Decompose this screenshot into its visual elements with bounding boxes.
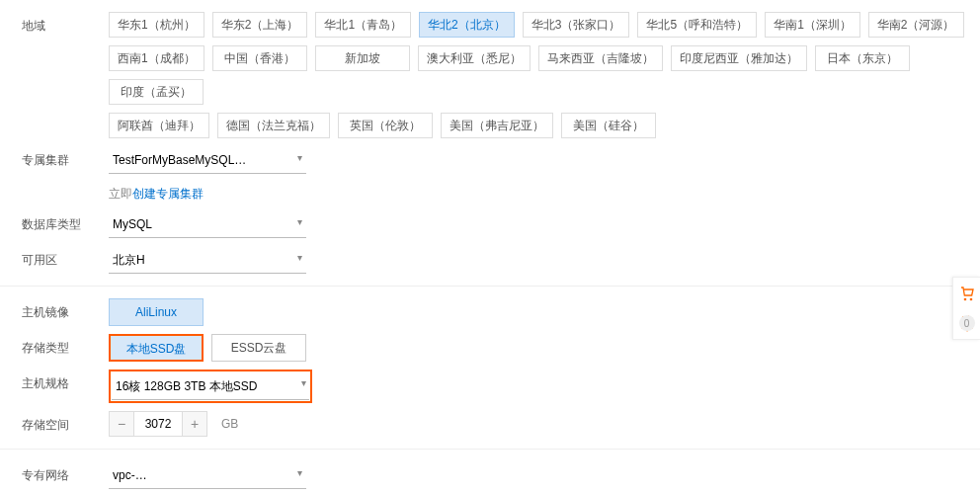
dbtype-select[interactable]: MySQL bbox=[109, 210, 306, 238]
zone-label: 可用区 bbox=[0, 246, 109, 269]
vpc-select[interactable]: vpc-… bbox=[109, 461, 306, 489]
region-option[interactable]: 英国（伦敦） bbox=[338, 113, 433, 138]
storagespace-label: 存储空间 bbox=[0, 411, 109, 434]
region-option[interactable]: 日本（东京） bbox=[815, 45, 910, 71]
hostimage-option[interactable]: AliLinux bbox=[109, 298, 204, 326]
region-option[interactable]: 阿联酋（迪拜） bbox=[109, 113, 209, 138]
storagespace-unit: GB bbox=[221, 417, 238, 431]
region-option[interactable]: 澳大利亚（悉尼） bbox=[418, 45, 531, 71]
storagetype-label: 存储类型 bbox=[0, 334, 109, 357]
create-cluster-link[interactable]: 创建专属集群 bbox=[132, 187, 204, 201]
hostimage-label: 主机镜像 bbox=[0, 298, 109, 321]
cart-label: 购物车 bbox=[958, 305, 975, 311]
region-option[interactable]: 华东2（上海） bbox=[212, 12, 308, 38]
region-option[interactable]: 德国（法兰克福） bbox=[217, 113, 330, 138]
region-option[interactable]: 华北5（呼和浩特） bbox=[637, 12, 757, 38]
region-option[interactable]: 新加坡 bbox=[315, 45, 410, 71]
zone-select[interactable]: 北京H bbox=[109, 246, 306, 274]
region-option[interactable]: 马来西亚（吉隆坡） bbox=[538, 45, 663, 71]
storagespace-input[interactable] bbox=[134, 411, 182, 437]
region-option[interactable]: 华东1（杭州） bbox=[109, 12, 204, 38]
dbtype-label: 数据库类型 bbox=[0, 210, 109, 233]
cluster-label: 专属集群 bbox=[0, 146, 109, 169]
region-option[interactable]: 印度（孟买） bbox=[109, 79, 204, 105]
region-option[interactable]: 华北3（张家口） bbox=[523, 12, 630, 38]
cart-icon bbox=[959, 286, 975, 301]
cluster-select[interactable]: TestForMyBaseMySQL… bbox=[109, 146, 306, 174]
cluster-hint: 立即创建专属集群 bbox=[109, 186, 204, 203]
region-option[interactable]: 华北1（青岛） bbox=[315, 12, 411, 38]
storagespace-minus[interactable]: − bbox=[109, 411, 134, 437]
storagetype-option[interactable]: ESSD云盘 bbox=[211, 334, 306, 362]
region-option[interactable]: 印度尼西亚（雅加达） bbox=[671, 45, 807, 71]
region-option[interactable]: 华南1（深圳） bbox=[765, 12, 860, 38]
region-option[interactable]: 西南1（成都） bbox=[109, 45, 204, 71]
vpc-label: 专有网络 bbox=[0, 461, 109, 484]
hostspec-label: 主机规格 bbox=[0, 370, 109, 392]
region-label: 地域 bbox=[0, 12, 109, 35]
region-option[interactable]: 美国（弗吉尼亚） bbox=[441, 113, 553, 138]
cart-panel[interactable]: 购物车 0 bbox=[952, 277, 980, 340]
cart-count: 0 bbox=[959, 315, 975, 331]
region-option[interactable]: 华南2（河源） bbox=[868, 12, 964, 38]
storagespace-stepper: − + bbox=[109, 411, 207, 437]
region-grid: 华东1（杭州）华东2（上海）华北1（青岛）华北2（北京）华北3（张家口）华北5（… bbox=[109, 12, 980, 138]
region-option[interactable]: 中国（香港） bbox=[212, 45, 307, 71]
storagespace-plus[interactable]: + bbox=[182, 411, 207, 437]
storagetype-option[interactable]: 本地SSD盘 bbox=[109, 334, 204, 362]
region-option[interactable]: 华北2（北京） bbox=[419, 12, 515, 38]
hostspec-select[interactable]: 16核 128GB 3TB 本地SSD bbox=[112, 372, 309, 400]
region-option[interactable]: 美国（硅谷） bbox=[561, 113, 656, 138]
